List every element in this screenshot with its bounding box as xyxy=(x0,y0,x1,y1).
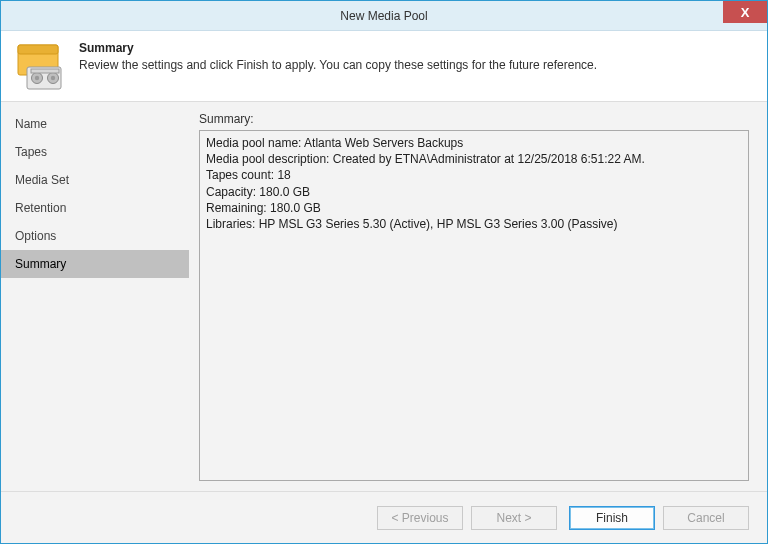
svg-rect-1 xyxy=(18,45,58,54)
summary-label: Summary: xyxy=(199,112,749,126)
titlebar: New Media Pool X xyxy=(1,1,767,31)
dialog-window: New Media Pool X Summary Review the sett… xyxy=(0,0,768,544)
svg-rect-7 xyxy=(31,69,59,73)
sidebar-item-options[interactable]: Options xyxy=(1,222,189,250)
header-text: Summary Review the settings and click Fi… xyxy=(79,41,597,72)
svg-point-5 xyxy=(35,76,39,80)
wizard-footer: < Previous Next > Finish Cancel xyxy=(1,491,767,543)
window-title: New Media Pool xyxy=(340,9,427,23)
previous-button: < Previous xyxy=(377,506,463,530)
wizard-sidebar: Name Tapes Media Set Retention Options S… xyxy=(1,102,189,491)
finish-button[interactable]: Finish xyxy=(569,506,655,530)
sidebar-item-media-set[interactable]: Media Set xyxy=(1,166,189,194)
next-button: Next > xyxy=(471,506,557,530)
header-title: Summary xyxy=(79,41,597,55)
header-subtitle: Review the settings and click Finish to … xyxy=(79,58,597,72)
wizard-body: Name Tapes Media Set Retention Options S… xyxy=(1,101,767,491)
sidebar-item-tapes[interactable]: Tapes xyxy=(1,138,189,166)
header: Summary Review the settings and click Fi… xyxy=(1,31,767,101)
media-pool-icon xyxy=(15,41,65,91)
sidebar-item-summary[interactable]: Summary xyxy=(1,250,189,278)
svg-point-6 xyxy=(51,76,55,80)
close-button[interactable]: X xyxy=(723,1,767,23)
close-icon: X xyxy=(741,5,750,20)
sidebar-item-retention[interactable]: Retention xyxy=(1,194,189,222)
cancel-button: Cancel xyxy=(663,506,749,530)
main-panel: Summary: Media pool name: Atlanta Web Se… xyxy=(189,102,767,491)
sidebar-item-name[interactable]: Name xyxy=(1,110,189,138)
summary-textbox[interactable]: Media pool name: Atlanta Web Servers Bac… xyxy=(199,130,749,481)
